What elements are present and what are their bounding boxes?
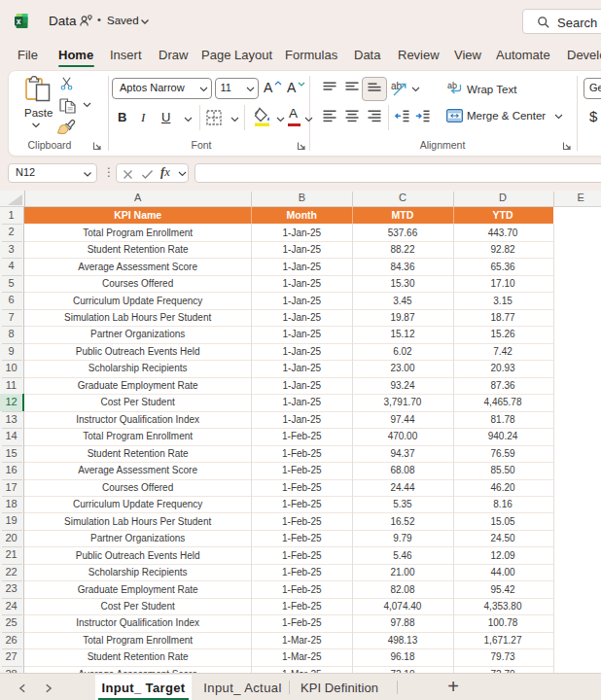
svg-text:ab: ab: [447, 82, 457, 90]
svg-text:x: x: [17, 17, 21, 26]
svg-text:ab: ab: [391, 81, 403, 91]
